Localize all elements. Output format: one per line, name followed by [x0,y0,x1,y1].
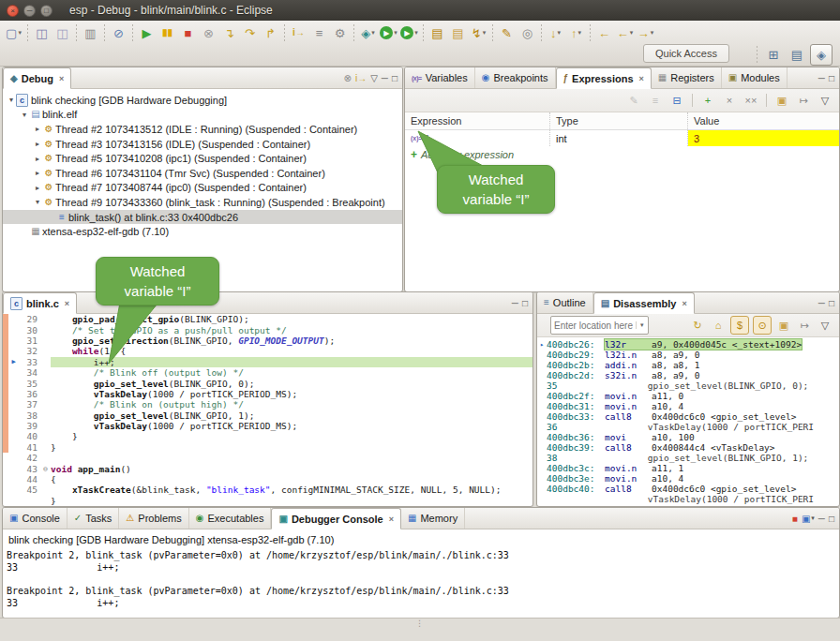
close-icon[interactable]: × [389,514,394,524]
toggle-mark-occurrences-button[interactable]: ✎ [497,23,517,42]
instruction-stepping-mode-button[interactable]: i→ [355,73,367,83]
build-button[interactable]: ▥ [81,23,100,42]
new-view-button[interactable]: ▣ [773,92,790,109]
editor-line[interactable]: 44{ [3,474,532,484]
minimize-button[interactable]: ─ [512,298,518,308]
close-icon[interactable]: × [59,74,64,83]
disassembly-line[interactable]: 400dbc31:movi.na10, 4 [537,401,839,411]
editor-line[interactable]: 41} [3,442,532,453]
type-cell[interactable]: int [550,130,688,146]
editor-line[interactable]: 39 vTaskDelay(1000 / portTICK_PERIOD_MS)… [3,421,532,431]
window-minimize-button[interactable]: ─ [23,5,36,17]
debug-tree-item[interactable]: ▸⚙Thread #7 1073408744 (ipc0) (Suspended… [3,181,402,196]
chevron-down-icon[interactable]: ▾ [557,29,561,37]
window-maximize-button[interactable]: □ [40,5,52,17]
open-element-button[interactable]: ▤ [428,23,447,42]
expander-collapsed-icon[interactable]: ▸ [33,169,42,177]
last-edit-location-button[interactable]: ← [594,23,614,42]
disassembly-line[interactable]: ▸400dbc26:l32ra9, 0x400d045c <_stext+109… [537,339,839,350]
step-return-button[interactable]: ↱ [261,23,280,42]
previous-annotation-button[interactable]: ↑▾ [566,23,586,42]
open-resource-button[interactable]: ▤ [448,23,468,42]
export-button[interactable]: ↦ [796,317,813,334]
disassembly-line[interactable]: 400dbc2d:s32i.na8, a9, 0 [537,370,839,380]
value-cell[interactable]: 3 [688,130,839,146]
expander-collapsed-icon[interactable]: ▸ [33,125,42,133]
maximize-button[interactable]: □ [829,514,834,524]
step-into-button[interactable]: ↴ [219,23,239,42]
location-input[interactable] [551,320,636,331]
chevron-down-icon[interactable]: ▾ [636,321,648,329]
editor-line[interactable]: 34 /* Blink off (output low) */ [3,367,532,378]
expression-row[interactable]: (x)=iint3 [405,130,839,146]
column-header-expression[interactable]: Expression [405,112,550,129]
disassembly-line[interactable]: 400dbc2f:movi.na11, 0 [537,391,839,401]
chevron-down-icon[interactable]: ▾ [18,29,22,37]
disassembly-line[interactable]: 400dbc40:call80x400dc6c0 <gpio_set_level… [537,484,839,494]
expander-collapsed-icon[interactable]: ▸ [33,184,42,192]
chevron-down-icon[interactable]: ▾ [414,29,418,37]
home-button[interactable]: ⌂ [710,317,727,334]
chevron-down-icon[interactable]: ▾ [371,29,375,37]
editor-line[interactable]: 29 gpio_pad_select_gpio(BLINK_GPIO); [3,314,532,324]
back-button[interactable]: ←▾ [615,23,635,42]
run-button[interactable]: ▶▾ [379,23,398,42]
tab-breakpoints[interactable]: ◉Breakpoints [475,67,556,88]
column-header-type[interactable]: Type [550,112,688,129]
disassembly-source-line[interactable]: vTaskDelay(1000 / portTICK_PERI [537,494,839,504]
view-menu-button[interactable]: ▽ [817,317,833,334]
external-tools-button[interactable]: ▶▾ [399,23,419,42]
disassembly-listing[interactable]: ▸400dbc26:l32ra9, 0x400d045c <_stext+109… [537,337,839,504]
debug-tree-item[interactable]: ▸⚙Thread #3 1073413156 (IDLE) (Suspended… [3,137,402,152]
console-content[interactable]: blink checking [GDB Hardware Debugging] … [3,529,839,612]
tab-console[interactable]: ▣Console [3,508,68,529]
show-source-button[interactable]: $ [730,316,749,335]
tab-disassembly[interactable]: ▤Disassembly× [593,292,695,314]
cpp-perspective-button[interactable]: ▤ [787,45,807,65]
expander-collapsed-icon[interactable]: ▸ [33,140,42,148]
expander-collapsed-icon[interactable]: ▸ [33,155,42,163]
maximize-button[interactable]: □ [829,298,834,308]
disassembly-line[interactable]: 400dbc3c:movi.na11, 1 [537,463,839,473]
editor-line[interactable]: 40 } [3,431,532,441]
maximize-button[interactable]: □ [829,73,834,83]
show-logical-structure-button[interactable]: ≡ [647,92,664,109]
maximize-button[interactable]: □ [392,73,398,83]
tab-variables[interactable]: (x)=Variables [405,67,475,88]
disconnect-button[interactable]: ⊗ [199,23,218,42]
tab-tasks[interactable]: ✓Tasks [68,508,120,529]
view-menu-button[interactable]: ▽ [817,92,833,109]
collapse-all-button[interactable]: ⊟ [668,92,685,109]
step-over-button[interactable]: ↷ [240,23,260,42]
column-header-value[interactable]: Value [688,112,839,129]
debug-tree-item[interactable]: ▸⚙Thread #6 1073431104 (Tmr Svc) (Suspen… [3,166,402,181]
minimize-button[interactable]: ─ [382,73,388,83]
editor-line[interactable]: 35 gpio_set_level(BLINK_GPIO, 0); [3,378,532,388]
sync-with-pc-button[interactable]: ⊙ [753,316,772,335]
code-editor[interactable]: 29 gpio_pad_select_gpio(BLINK_GPIO);30 /… [3,314,532,506]
minimize-button[interactable]: ─ [818,298,825,308]
disassembly-line[interactable]: 400dbc3e:movi.na10, 4 [537,473,839,484]
debug-tree-item[interactable]: ▾⚙Thread #9 1073433360 (blink_task : Run… [3,195,402,210]
sash-grip[interactable]: ⋮ [415,619,425,628]
remove-all-expressions-button[interactable]: ×× [742,92,759,109]
expression-cell[interactable]: (x)=i [405,130,550,146]
tab-executables[interactable]: ◉Executables [189,508,272,529]
chevron-down-icon[interactable]: ▾ [578,29,581,37]
add-new-expression-row[interactable]: +Add new expression [405,146,839,162]
disassembly-source-line[interactable]: 38 gpio_set_level(BLINK_GPIO, 1); [537,453,839,463]
chevron-down-icon[interactable]: ▾ [630,29,634,37]
debug-tree-item[interactable]: ▦xtensa-esp32-elf-gdb (7.10) [3,224,402,239]
next-annotation-button[interactable]: ↓▾ [546,23,565,42]
editor-line[interactable]: 31 gpio_set_direction(BLINK_GPIO, GPIO_M… [3,335,532,346]
debug-tree-item[interactable]: ▾▤blink.elf [3,108,402,123]
new-view-button[interactable]: ▣ [775,317,792,334]
disassembly-line[interactable]: 400dbc33:call80x400dc6c0 <gpio_set_level… [537,411,839,422]
disassembly-line[interactable]: 400dbc39:call80x400844c4 <vTaskDelay> [537,442,839,453]
expander-expanded-icon[interactable]: ▾ [20,111,29,119]
drop-to-frame-button[interactable]: ≡ [309,23,329,42]
chevron-down-icon[interactable]: ▾ [651,29,654,37]
expander-expanded-icon[interactable]: ▾ [33,198,42,206]
skip-all-breakpoints-button[interactable]: ⊘ [109,23,128,42]
remove-all-terminated-button[interactable]: ⊗ [344,73,352,83]
